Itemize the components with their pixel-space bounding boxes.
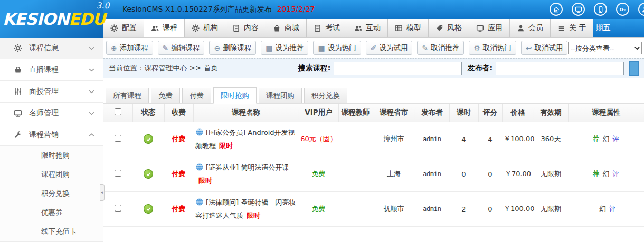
validity: 360天 bbox=[534, 122, 568, 157]
nav-item-organization[interactable]: 机构 bbox=[185, 19, 225, 37]
edit-icon: ✎ bbox=[163, 44, 169, 52]
tab-group-buy[interactable]: 课程团购 bbox=[259, 88, 302, 103]
sidebar-item-teacher-management[interactable]: 名师管理 bbox=[0, 103, 103, 124]
course-table: 状态 收费 课程名称 VIP用户 课程教师 课程省市 发布者 课时 评分 价格 … bbox=[103, 104, 644, 227]
nav-item-interaction[interactable]: 互动 bbox=[347, 19, 388, 37]
globe-icon bbox=[195, 128, 204, 140]
undo-icon: ↩ bbox=[526, 44, 532, 52]
menu-lines-icon bbox=[557, 24, 565, 32]
monitor-icon[interactable] bbox=[572, 3, 585, 16]
main-nav: 配置 课程 机构 内容 商城 考试 互动 模型 风格 应用 会员 关 于 期五 bbox=[103, 19, 644, 38]
weekday-display: 期五 bbox=[593, 19, 644, 37]
course-title-link[interactable]: [证券从业] 简明法语公开课 bbox=[206, 163, 289, 171]
gears-icon: ⚙ bbox=[473, 44, 480, 52]
nav-item-config[interactable]: 配置 bbox=[103, 19, 144, 37]
gear-icon bbox=[110, 24, 118, 32]
course-title-link[interactable]: [法律顾问] 圣诞特辑－闪亮妆容打造迷人气质 bbox=[195, 198, 296, 219]
city: 抚顺市 bbox=[373, 191, 415, 226]
publisher: admin bbox=[415, 122, 449, 157]
edit-course-button[interactable]: ✎编辑课程 bbox=[158, 41, 205, 55]
sidebar-sub-points-exchange[interactable]: 积分兑换 bbox=[0, 184, 103, 203]
mobile-icon[interactable] bbox=[594, 3, 607, 16]
attr-recommended[interactable]: 荐 bbox=[593, 170, 600, 178]
tab-points-exchange[interactable]: 积分兑换 bbox=[304, 88, 347, 103]
nav-item-style[interactable]: 风格 bbox=[429, 19, 469, 37]
course-name-cell: [法律顾问] 圣诞特辑－闪亮妆容打造迷人气质限时 bbox=[193, 191, 299, 226]
shopping-bag-icon bbox=[273, 24, 281, 32]
tab-free[interactable]: 免费 bbox=[151, 88, 180, 103]
tab-flash-sale[interactable]: 限时抢购 bbox=[213, 87, 257, 104]
announcement-date: 2015/2/27 bbox=[277, 5, 315, 13]
set-hot-button[interactable]: ▦设为热门 bbox=[313, 41, 361, 55]
sidebar-item-live-courses[interactable]: 直播课程 bbox=[0, 59, 103, 81]
row-checkbox[interactable] bbox=[115, 205, 121, 212]
breadcrumb: 当前位置：课程管理中心 >> 首页 bbox=[109, 63, 218, 73]
delete-course-button[interactable]: ⊖删除课程 bbox=[209, 41, 256, 55]
search-course-input[interactable] bbox=[334, 62, 462, 75]
category-filter-select[interactable]: --按分类查看-- bbox=[568, 42, 642, 54]
teacher bbox=[338, 122, 373, 157]
nav-item-apps[interactable]: 应用 bbox=[469, 19, 510, 37]
nav-item-exam[interactable]: 考试 bbox=[307, 19, 347, 37]
clipboard-plus-icon: ▦ bbox=[318, 44, 325, 52]
attr-slide[interactable]: 幻 bbox=[603, 170, 610, 178]
add-course-button[interactable]: ⊕添加课程 bbox=[106, 41, 153, 55]
sidebar-item-course-info[interactable]: 课程信息 bbox=[0, 38, 103, 59]
remove-circle-icon: ⊖ bbox=[214, 44, 220, 52]
key-icon[interactable] bbox=[616, 3, 629, 16]
course-title-link[interactable]: [国家公务员] Android开发视频教程 bbox=[195, 128, 295, 150]
pencil-icon: ✎ bbox=[422, 44, 428, 52]
search-go-button[interactable] bbox=[629, 61, 639, 76]
sidebar-item-course-marketing[interactable]: 课程营销 bbox=[0, 124, 103, 146]
attr-recommended[interactable]: 荐 bbox=[593, 135, 600, 143]
flash-sale-badge: 限时 bbox=[198, 177, 212, 185]
table-header-row: 状态 收费 课程名称 VIP用户 课程教师 课程省市 发布者 课时 评分 价格 … bbox=[103, 104, 644, 122]
users-icon bbox=[354, 24, 362, 32]
announcement: KesionCMS X1.0.150227系列产品更新发布2015/2/27 bbox=[122, 5, 315, 14]
row-checkbox[interactable] bbox=[115, 135, 121, 142]
publisher-input[interactable] bbox=[496, 62, 624, 75]
tab-all-courses[interactable]: 所有课程 bbox=[106, 88, 149, 103]
chevron-down-icon bbox=[89, 47, 94, 50]
cancel-recommended-button[interactable]: ✎取消推荐 bbox=[417, 41, 464, 55]
cancel-hot-button[interactable]: ⚙取消热门 bbox=[469, 41, 516, 55]
set-recommended-button[interactable]: ▤设为推荐 bbox=[261, 41, 308, 55]
logo-version: 3.0 bbox=[96, 1, 109, 11]
col-price: 价格 bbox=[502, 104, 534, 122]
logo-text: KESIONEDU bbox=[3, 10, 105, 29]
sidebar-item-student-info[interactable]: 学员信息 bbox=[0, 242, 103, 248]
price: ￥100.00 bbox=[502, 191, 534, 226]
sidebar-sub-offline-recharge-card[interactable]: 线下充值卡 bbox=[0, 222, 103, 241]
nav-item-content[interactable]: 内容 bbox=[225, 19, 266, 37]
clipboard-icon: ▤ bbox=[266, 44, 272, 52]
select-all-checkbox[interactable] bbox=[115, 108, 121, 115]
hours: 0 bbox=[449, 157, 478, 191]
nav-item-about[interactable]: 关 于 bbox=[551, 19, 593, 37]
sidebar-item-face-teaching[interactable]: 面授管理 bbox=[0, 81, 103, 103]
sidebar-sub-coupons[interactable]: 优惠券 bbox=[0, 203, 103, 222]
attr-comment[interactable]: 评 bbox=[613, 170, 620, 178]
nav-item-mall[interactable]: 商城 bbox=[266, 19, 307, 37]
set-trial-button[interactable]: ✐设为试用 bbox=[366, 41, 413, 55]
attr-slide[interactable]: 幻 bbox=[603, 135, 610, 143]
attr-slide[interactable]: 幻 bbox=[599, 205, 606, 213]
nav-item-model[interactable]: 模型 bbox=[388, 19, 429, 37]
sidebar: 课程信息 直播课程 面授管理 名师管理 课程营销 限时抢购 课程团购 积分兑换 bbox=[0, 38, 103, 248]
attr-comment[interactable]: 评 bbox=[613, 135, 620, 143]
sidebar-sub-flash-sale[interactable]: 限时抢购 bbox=[0, 146, 103, 165]
home-icon[interactable] bbox=[550, 3, 563, 16]
publisher-label: 发布者: bbox=[467, 63, 493, 73]
tab-paid[interactable]: 付费 bbox=[182, 88, 211, 103]
row-checkbox[interactable] bbox=[115, 170, 121, 177]
cancel-trial-button[interactable]: ↩取消试用 bbox=[521, 41, 568, 55]
top-icon-group bbox=[550, 3, 644, 16]
user-icon[interactable] bbox=[638, 3, 644, 16]
attr-comment[interactable]: 评 bbox=[609, 205, 616, 213]
sidebar-collapse-handle[interactable]: ◂ bbox=[100, 184, 105, 201]
search-course-label: 搜索课程: bbox=[298, 63, 331, 73]
col-attributes: 课程属性 bbox=[568, 104, 644, 122]
nav-item-courses[interactable]: 课程 bbox=[144, 19, 185, 37]
nav-item-members[interactable]: 会员 bbox=[510, 19, 551, 37]
sidebar-sub-group-buy[interactable]: 课程团购 bbox=[0, 165, 103, 184]
gear-icon bbox=[14, 44, 22, 52]
